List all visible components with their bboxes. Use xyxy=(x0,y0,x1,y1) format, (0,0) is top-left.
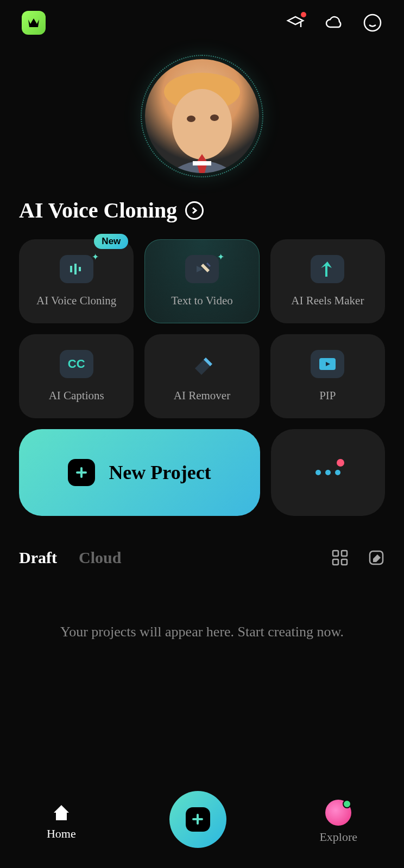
smile-icon xyxy=(363,13,382,33)
bottom-nav: Home Explore xyxy=(0,787,404,868)
notification-dot xyxy=(301,12,306,17)
svg-rect-7 xyxy=(74,264,77,275)
section-title: AI Voice Cloning xyxy=(19,197,177,223)
feature-text-to-video[interactable]: ✦ Text to Video xyxy=(144,239,259,323)
create-fab[interactable] xyxy=(169,791,226,848)
feature-pip[interactable]: PIP xyxy=(270,334,385,418)
pip-icon xyxy=(311,350,344,378)
reels-icon xyxy=(311,255,344,283)
section-header: AI Voice Cloning xyxy=(0,187,404,239)
tab-cloud[interactable]: Cloud xyxy=(79,548,121,567)
svg-point-3 xyxy=(187,116,195,122)
nav-explore[interactable]: Explore xyxy=(319,800,357,844)
feature-label: PIP xyxy=(319,389,336,403)
dots-icon xyxy=(315,470,340,475)
new-project-button[interactable]: New Project xyxy=(19,429,260,516)
captions-icon: CC xyxy=(60,350,93,378)
cloud-icon xyxy=(324,13,344,33)
grid-view-button[interactable] xyxy=(331,549,349,566)
eraser-icon xyxy=(185,350,219,378)
sparkle-icon: ✦ xyxy=(92,252,99,262)
svg-rect-8 xyxy=(79,267,81,271)
plus-icon xyxy=(68,459,95,486)
plus-icon xyxy=(186,807,210,832)
nav-label: Explore xyxy=(319,830,357,844)
cloud-button[interactable] xyxy=(324,13,344,33)
new-project-label: New Project xyxy=(109,461,211,484)
top-icons xyxy=(286,13,382,33)
sparkle-icon: ✦ xyxy=(217,252,224,262)
nav-label: Home xyxy=(47,827,76,841)
hero-area xyxy=(0,46,404,187)
tab-actions xyxy=(331,549,385,566)
feature-label: AI Remover xyxy=(174,389,230,403)
feature-reels-maker[interactable]: AI Reels Maker xyxy=(270,239,385,323)
empty-state-text: Your projects will appear here. Start cr… xyxy=(0,578,404,686)
new-badge: New xyxy=(94,234,128,249)
svg-rect-10 xyxy=(333,551,338,556)
project-tabs: Draft Cloud xyxy=(19,548,121,567)
explore-avatar-icon xyxy=(325,800,351,826)
education-button[interactable] xyxy=(286,13,305,33)
home-icon xyxy=(52,803,71,822)
svg-rect-13 xyxy=(342,559,347,565)
feature-voice-cloning[interactable]: New ✦ AI Voice Cloning xyxy=(19,239,134,323)
svg-rect-6 xyxy=(70,266,72,272)
svg-point-4 xyxy=(210,114,219,121)
svg-rect-11 xyxy=(342,551,347,556)
feature-captions[interactable]: CC AI Captions xyxy=(19,334,134,418)
action-row: New Project xyxy=(0,418,404,527)
projects-header: Draft Cloud xyxy=(0,527,404,578)
feature-label: AI Reels Maker xyxy=(291,294,364,308)
svg-point-2 xyxy=(172,89,232,159)
feature-label: Text to Video xyxy=(171,294,233,308)
text-to-video-icon: ✦ xyxy=(185,255,219,283)
feature-grid: New ✦ AI Voice Cloning ✦ Text to Video A… xyxy=(0,239,404,418)
edit-button[interactable] xyxy=(368,549,385,566)
feature-label: AI Captions xyxy=(49,389,104,403)
top-bar xyxy=(0,0,404,46)
svg-rect-5 xyxy=(193,161,211,165)
profile-button[interactable] xyxy=(363,13,382,33)
more-tools-button[interactable] xyxy=(271,429,385,516)
voice-cloning-icon: ✦ xyxy=(60,255,93,283)
feature-remover[interactable]: AI Remover xyxy=(144,334,259,418)
nav-home[interactable]: Home xyxy=(47,803,76,841)
notification-dot xyxy=(337,459,344,467)
crown-icon xyxy=(27,17,40,28)
feature-label: AI Voice Cloning xyxy=(36,294,116,308)
tab-draft[interactable]: Draft xyxy=(19,548,57,567)
crown-badge[interactable] xyxy=(22,11,46,35)
svg-point-0 xyxy=(364,15,381,31)
svg-rect-12 xyxy=(333,559,338,565)
section-more-button[interactable] xyxy=(185,201,204,220)
chevron-right-icon xyxy=(191,207,198,214)
featured-avatar[interactable] xyxy=(145,59,259,173)
